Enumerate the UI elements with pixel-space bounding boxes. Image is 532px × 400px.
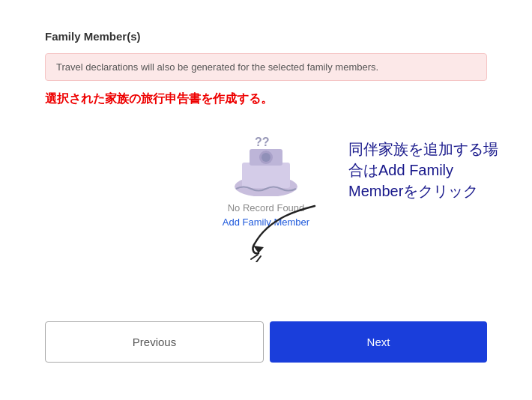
buttons-row: Previous Next	[45, 321, 487, 363]
boat-illustration-svg: ??	[229, 133, 303, 196]
svg-point-4	[262, 153, 270, 162]
page-container: Family Member(s) Travel declarations wil…	[0, 0, 532, 400]
annotation-text: 同伴家族を追加する場合はAdd Family Memberをクリック	[348, 139, 498, 201]
previous-button[interactable]: Previous	[45, 321, 264, 363]
info-banner: Travel declarations will also be generat…	[45, 53, 487, 81]
japanese-notice: 選択された家族の旅行申告書を作成する。	[45, 91, 487, 107]
svg-rect-1	[242, 163, 290, 188]
section-title: Family Member(s)	[45, 30, 487, 43]
svg-text:??: ??	[255, 136, 270, 148]
empty-illustration: ??	[229, 133, 303, 196]
next-button[interactable]: Next	[270, 321, 487, 363]
annotation-arrow	[247, 202, 337, 262]
